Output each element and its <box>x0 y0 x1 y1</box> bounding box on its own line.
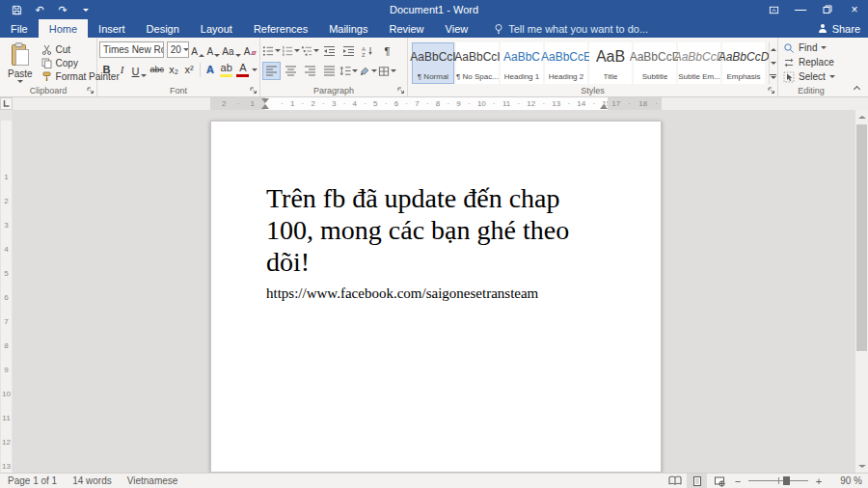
tab-design[interactable]: Design <box>136 19 190 38</box>
tab-selector[interactable] <box>0 97 13 110</box>
style-heading-1[interactable]: AaBbC Heading 1 <box>501 42 543 84</box>
style-subtitle[interactable]: AaBbCcD Subtitle <box>634 42 676 84</box>
ruler-margin-numbers-right: 17 · 18 · <box>611 97 658 110</box>
select-button[interactable]: Select <box>780 69 842 84</box>
scroll-down-button[interactable] <box>855 459 868 473</box>
right-indent-marker[interactable] <box>600 104 608 109</box>
tab-review[interactable]: Review <box>379 19 435 38</box>
scrollbar-thumb[interactable] <box>856 124 867 351</box>
font-dialog-launcher[interactable] <box>249 86 258 95</box>
read-mode-button[interactable] <box>665 474 685 488</box>
numbering-button[interactable] <box>282 41 300 60</box>
tab-mailings[interactable]: Mailings <box>318 19 378 38</box>
line-spacing-button[interactable] <box>339 62 358 80</box>
underline-button[interactable]: U <box>130 60 148 79</box>
share-button[interactable]: Share <box>818 19 860 38</box>
first-line-indent-marker[interactable] <box>261 98 269 103</box>
page-indicator[interactable]: Page 1 of 1 <box>0 475 65 486</box>
scroll-up-button[interactable] <box>855 110 868 123</box>
italic-button[interactable]: I <box>115 60 129 79</box>
document-paragraph[interactable]: Trên fb đã update đến chap 100, mong các… <box>266 182 586 278</box>
styles-scroll-up-button[interactable] <box>770 42 776 56</box>
increase-indent-button[interactable] <box>339 41 358 60</box>
borders-button[interactable] <box>378 62 396 80</box>
justify-button[interactable] <box>320 62 339 80</box>
close-button[interactable]: × <box>841 0 868 19</box>
document-link-text[interactable]: https://www.facebook.com/saigonesetranst… <box>266 285 661 302</box>
page[interactable]: Trên fb đã update đến chap 100, mong các… <box>210 121 662 473</box>
zoom-level[interactable]: 90 % <box>827 475 862 486</box>
chevron-down-icon[interactable] <box>252 68 258 71</box>
vertical-scrollbar[interactable] <box>854 110 868 473</box>
collapse-ribbon-button[interactable] <box>851 83 862 93</box>
text-effects-button[interactable]: A <box>203 60 218 79</box>
show-hide-paragraph-button[interactable]: ¶ <box>378 41 396 60</box>
zoom-slider[interactable] <box>748 474 808 488</box>
style-title[interactable]: AaB Title <box>589 42 632 84</box>
zoom-slider-thumb[interactable] <box>783 476 790 485</box>
shrink-font-button[interactable]: A <box>206 41 221 58</box>
word-count[interactable]: 14 words <box>65 475 120 486</box>
tab-references[interactable]: References <box>243 19 318 38</box>
tab-view[interactable]: View <box>435 19 479 38</box>
style-emphasis[interactable]: AaBbCcD Emphasis <box>722 42 765 84</box>
zoom-in-button[interactable]: + <box>812 475 826 487</box>
clear-formatting-button[interactable]: A <box>242 41 258 58</box>
vertical-ruler[interactable]: 1 2 3 4 5 6 7 8 9 10 11 12 13 <box>0 110 13 473</box>
ribbon-display-options-button[interactable] <box>760 0 787 19</box>
bold-button[interactable]: B <box>99 60 114 79</box>
paste-button[interactable]: Paste <box>2 40 39 84</box>
align-center-button[interactable] <box>282 62 300 80</box>
font-color-button[interactable]: A <box>235 60 251 79</box>
language-indicator[interactable]: Vietnamese <box>120 475 186 486</box>
highlight-color-button[interactable]: ab <box>219 60 234 79</box>
grow-font-button[interactable]: A <box>190 41 204 58</box>
minimize-button[interactable]: — <box>787 0 814 19</box>
tab-file[interactable]: File <box>0 19 39 38</box>
undo-button[interactable]: ↶ <box>29 0 50 19</box>
align-left-button[interactable] <box>262 62 281 80</box>
styles-dialog-launcher[interactable] <box>767 86 775 95</box>
customize-qat-button[interactable] <box>75 0 96 19</box>
multilevel-list-button[interactable] <box>301 41 319 60</box>
style-heading-2[interactable]: AaBbCcE Heading 2 <box>545 42 587 84</box>
restore-button[interactable] <box>814 0 841 19</box>
redo-button[interactable]: ↷ <box>52 0 73 19</box>
print-layout-button[interactable] <box>687 474 707 488</box>
shading-button[interactable] <box>359 62 377 80</box>
style-normal[interactable]: AaBbCcI ¶ Normal <box>412 42 454 84</box>
tell-me-box[interactable]: Tell me what you want to do... <box>494 19 648 38</box>
save-button[interactable] <box>6 0 27 19</box>
font-size-select[interactable]: 20 <box>167 41 190 58</box>
strikethrough-button[interactable]: abc <box>149 60 166 79</box>
paste-icon <box>11 42 30 68</box>
copy-label: Copy <box>56 58 78 68</box>
style-subtle-emphasis[interactable]: AaBbCcD Subtle Em... <box>678 42 720 84</box>
subscript-button[interactable]: x₂ <box>167 60 181 79</box>
paragraph-dialog-launcher[interactable] <box>396 86 405 95</box>
bullets-button[interactable] <box>262 41 281 60</box>
sort-button[interactable]: AZ <box>359 41 377 60</box>
change-case-button[interactable]: Aa <box>222 41 241 58</box>
triangle-down-icon <box>771 76 776 79</box>
align-right-button[interactable] <box>301 62 319 80</box>
clipboard-dialog-launcher[interactable] <box>86 86 95 95</box>
decrease-indent-button[interactable] <box>320 41 339 60</box>
share-label: Share <box>832 23 860 35</box>
tab-insert[interactable]: Insert <box>88 19 136 38</box>
styles-more-button[interactable] <box>770 70 776 84</box>
tab-layout[interactable]: Layout <box>190 19 243 38</box>
replace-button[interactable]: Replace <box>780 55 842 69</box>
horizontal-ruler[interactable]: 2 · 1 · · 1 · 2 · 3 · 4 · 5 · 6 · 7 · 8 … <box>210 97 662 110</box>
superscript-button[interactable]: x² <box>182 60 197 79</box>
bullet-list-icon <box>262 45 274 57</box>
font-group-label: Font <box>97 85 259 96</box>
hanging-indent-marker[interactable] <box>261 104 269 109</box>
find-button[interactable]: Find <box>780 41 842 55</box>
font-family-select[interactable]: Times New Ro <box>99 41 164 58</box>
web-layout-button[interactable] <box>709 474 729 488</box>
zoom-out-button[interactable]: − <box>731 475 745 487</box>
tab-home[interactable]: Home <box>39 19 88 38</box>
styles-scroll-down-button[interactable] <box>770 56 776 69</box>
style-no-spacing[interactable]: AaBbCcI ¶ No Spac... <box>456 42 499 84</box>
